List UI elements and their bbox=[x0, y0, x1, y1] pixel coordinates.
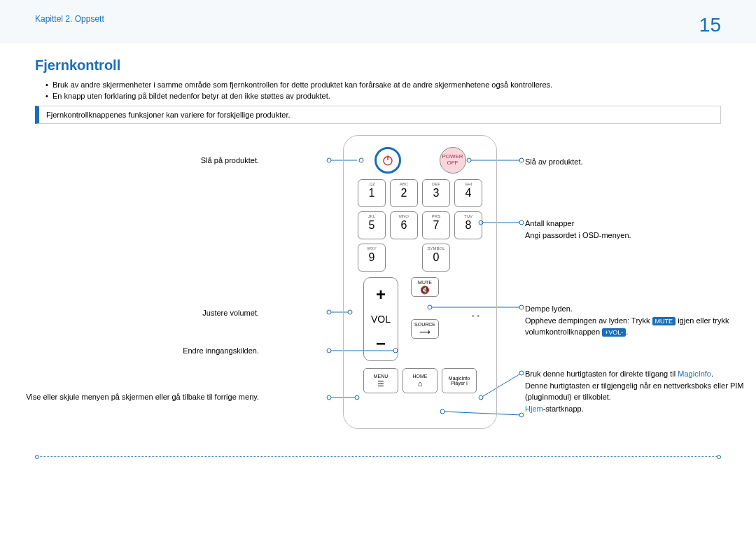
volume-rocker[interactable]: + VOL − bbox=[363, 277, 398, 361]
continuation-dot-right bbox=[717, 455, 721, 459]
section-title: Fjernkontroll bbox=[35, 57, 721, 73]
svg-point-1 bbox=[327, 158, 331, 162]
key-5[interactable]: JKL5 bbox=[358, 211, 386, 239]
continuation-line bbox=[35, 456, 721, 457]
page-number: 15 bbox=[699, 14, 721, 36]
menu-icon: ☰ bbox=[377, 379, 384, 388]
power-off-button[interactable]: POWEROFF bbox=[440, 147, 466, 174]
source-button[interactable]: SOURCE⟶ bbox=[411, 319, 439, 339]
bullet-list: Bruk av andre skjermenheter i samme områ… bbox=[46, 80, 721, 100]
chapter-label: Kapittel 2. Oppsett bbox=[35, 14, 104, 24]
key-0[interactable]: SYMBOL0 bbox=[422, 244, 450, 272]
mute-badge: MUTE bbox=[652, 317, 676, 325]
dots-deco: •• bbox=[472, 312, 482, 320]
source-icon: ⟶ bbox=[419, 328, 430, 337]
numpad: .QZ1 ABC2 DEF3 GHI4 JKL5 MNO6 PRS7 TUV8 … bbox=[355, 179, 485, 272]
key-4[interactable]: GHI4 bbox=[454, 179, 482, 207]
home-button[interactable]: HOME⌂ bbox=[402, 368, 438, 393]
bullet-item: Bruk av andre skjermenheter i samme områ… bbox=[46, 80, 721, 89]
minus-icon: − bbox=[376, 334, 386, 353]
bullet-item: En knapp uten forklaring på bildet neden… bbox=[46, 92, 721, 100]
key-2[interactable]: ABC2 bbox=[390, 179, 418, 207]
label-menu: Vise eller skjule menyen på skjermen ell… bbox=[0, 393, 259, 401]
svg-point-17 bbox=[519, 305, 524, 309]
label-source: Endre inngangskilden. bbox=[0, 346, 259, 355]
svg-point-10 bbox=[327, 310, 331, 314]
svg-point-8 bbox=[519, 220, 524, 225]
remote-diagram: Slå på produktet. Justere volumet. Endre… bbox=[35, 135, 721, 457]
svg-point-23 bbox=[519, 371, 524, 375]
magicinfo-button[interactable]: MagicInfoPlayer I bbox=[442, 368, 477, 393]
plus-icon: + bbox=[376, 285, 386, 304]
key-9[interactable]: WXY9 bbox=[358, 244, 386, 272]
key-6[interactable]: MNO6 bbox=[390, 211, 418, 239]
home-icon: ⌂ bbox=[418, 379, 423, 388]
bottom-row: MENU☰ HOME⌂ MagicInfoPlayer I bbox=[355, 368, 485, 393]
svg-point-5 bbox=[519, 158, 524, 162]
power-icon bbox=[382, 154, 394, 167]
key-3[interactable]: DEF3 bbox=[422, 179, 450, 207]
mute-button[interactable]: MUTE🔇 bbox=[411, 277, 439, 297]
vol-badge: +VOL- bbox=[602, 328, 626, 337]
key-7[interactable]: PRS7 bbox=[422, 211, 450, 239]
note-box: Fjernkontrollknappenes funksjoner kan va… bbox=[35, 106, 721, 124]
continuation-dot-left bbox=[35, 455, 39, 459]
mute-icon: 🔇 bbox=[420, 286, 430, 295]
power-on-button[interactable] bbox=[374, 147, 401, 174]
label-number-keys: Antall knapper Angi passordet i OSD-meny… bbox=[525, 218, 756, 241]
page-header: Kapittel 2. Oppsett 15 bbox=[0, 0, 756, 43]
remote-body: POWEROFF .QZ1 ABC2 DEF3 GHI4 JKL5 MNO6 P… bbox=[343, 135, 497, 429]
label-magicinfo: Bruk denne hurtigtasten for direkte tilg… bbox=[525, 368, 756, 414]
svg-point-19 bbox=[327, 395, 331, 400]
page-content: Fjernkontroll Bruk av andre skjermenhete… bbox=[0, 43, 756, 471]
key-1[interactable]: .QZ1 bbox=[358, 179, 386, 207]
key-8[interactable]: TUV8 bbox=[454, 211, 482, 239]
label-power-on: Slå på produktet. bbox=[0, 156, 259, 164]
mid-row: + VOL − MUTE🔇 SOURCE⟶ •• bbox=[355, 277, 485, 368]
label-power-off: Slå av produktet. bbox=[525, 156, 756, 168]
label-volume: Justere volumet. bbox=[0, 309, 259, 317]
label-mute: Dempe lyden. Oppheve dempingen av lyden:… bbox=[525, 303, 756, 338]
menu-button[interactable]: MENU☰ bbox=[363, 368, 398, 393]
svg-point-13 bbox=[327, 349, 331, 353]
svg-point-26 bbox=[519, 413, 524, 417]
